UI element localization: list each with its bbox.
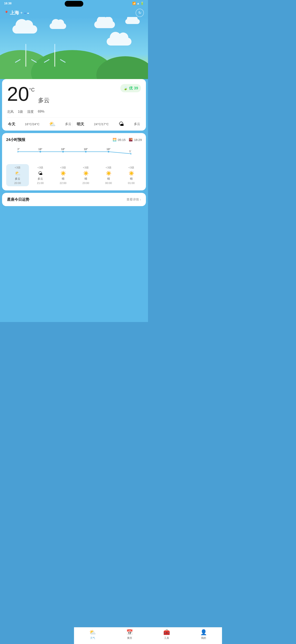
time-0: 20:00 [14,182,21,184]
humidity-label: 湿度 [27,110,34,114]
today-forecast[interactable]: 今天 16°C/24°C ⛅ 多云 [7,121,72,127]
location-dots [24,13,29,14]
location-name[interactable]: 上海 [10,10,19,16]
chart-point-4 [108,151,109,152]
today-condition: 多云 [65,122,71,126]
header: 📍 上海 + ↻ [0,6,148,17]
current-weather: 20 °C 多云 🍃 优 39 [7,84,141,108]
status-bar: 16:38 📶 ▲ 🔋 [0,0,148,6]
temp-label-0: 18° [17,148,20,151]
temp-section: 20 °C 多云 [7,84,50,104]
hours-row: <3级 ⛅ 多云 20:00 <3级 🌤 多云 21:00 <3级 [6,164,143,186]
cond-0: 多云 [15,177,20,181]
wind-1: <3级 [37,166,43,170]
time-1: 21:00 [37,182,44,184]
wind-4: <3级 [106,166,111,170]
icon-1: 🌤 [38,171,42,176]
view-detail-button[interactable]: 查看详情 › [126,198,141,202]
cloud-5 [107,38,131,46]
wind-5: <3级 [128,166,134,170]
temperature: 20 [7,84,29,104]
hour-item-3: <3级 ☀️ 晴 23:00 [74,164,97,186]
time-2: 22:00 [60,182,66,184]
temp-label-1: 18° [38,148,42,151]
wind-direction: 北风 [7,110,14,114]
sunrise-time: 05:15 [118,138,126,142]
tomorrow-label: 明天 [77,122,84,127]
cond-1: 多云 [38,177,43,181]
blade-1-1 [25,44,26,50]
time-5: 01:00 [128,182,135,184]
constellation-section: 星座今日运势 查看详情 › [2,193,146,206]
icon-2: ☀️ [60,171,66,176]
chart-point-5 [130,153,131,154]
location-area[interactable]: 📍 上海 + [4,10,29,16]
add-location-button[interactable]: + [20,10,23,15]
signal-icon: 📶 [132,2,136,5]
turbine-2 [50,45,60,67]
sunrise-icon: 🌅 [113,138,117,142]
temp-label-5: 17° [129,150,131,153]
refresh-icon: ↻ [138,10,141,15]
hour-item-0: <3级 ⛅ 多云 20:00 [6,164,29,186]
cloud-2 [50,23,66,29]
dot-2 [27,13,29,14]
chevron-right-icon: › [140,198,141,202]
today-temp: 16°C/24°C [25,122,39,126]
view-detail-label: 查看详情 [126,198,139,202]
wind-2: <3级 [60,166,66,170]
aqi-value: 39 [134,86,138,90]
cloud-1 [12,25,37,34]
cond-5: 晴 [130,177,133,181]
blade-2-1 [54,44,55,50]
scenic-area [0,17,148,79]
hour-item-1: <3级 🌤 多云 21:00 [29,164,52,186]
temp-label-4: 18° [106,148,111,151]
refresh-button[interactable]: ↻ [136,9,144,17]
chart-point-2 [62,151,64,152]
turbine-1 [21,45,31,67]
forecast-header: 24小时预报 🌅 05:15 🌇 18:29 [2,137,146,146]
battery-icon: 🔋 [140,2,144,5]
hourly-scroll[interactable]: 18° 18° 18° 18° 18° 17° <3级 ⛅ [2,146,146,186]
aqi-label: 优 [129,86,133,91]
weather-condition: 多云 [38,96,50,104]
weather-card: 20 °C 多云 🍃 优 39 北风 1级 湿度 69% 今天 16°C/24°… [2,79,146,130]
today-label: 今天 [8,122,15,127]
constellation-title: 星座今日运势 [7,197,29,202]
wind-humidity: 北风 1级 湿度 69% [7,108,141,118]
humidity-value: 69% [38,110,44,114]
tomorrow-condition: 多云 [134,122,140,126]
tomorrow-temp: 24°C/17°C [94,122,109,126]
dot-1 [24,13,26,14]
status-icons: 📶 ▲ 🔋 [132,2,144,5]
chart-point-3 [85,151,87,152]
hour-item-5: <3级 ☀️ 晴 01:00 [120,164,143,186]
temp-label-2: 18° [61,148,65,151]
notch [65,1,83,6]
temp-chart: 18° 18° 18° 18° 18° 17° [17,148,131,162]
location-pin-icon: 📍 [4,10,9,15]
icon-5: ☀️ [129,171,134,176]
sunset-icon: 🌇 [129,138,133,142]
today-icon: ⛅ [49,121,56,127]
sunrise-info: 🌅 05:15 🌇 18:29 [113,138,142,142]
wind-3: <3级 [83,166,89,170]
forecast-title: 24小时预报 [6,137,25,142]
turbine-blades-2 [50,45,60,55]
constellation-header[interactable]: 星座今日运势 查看详情 › [7,197,141,202]
cond-3: 晴 [84,177,87,181]
tomorrow-forecast[interactable]: 明天 24°C/17°C 🌤 多云 [72,121,141,127]
day-forecast: 今天 16°C/24°C ⛅ 多云 明天 24°C/17°C 🌤 多云 [7,118,141,130]
aqi-badge[interactable]: 🍃 优 39 [120,84,141,92]
turbine-blades-1 [21,45,31,55]
hourly-inner: 18° 18° 18° 18° 18° 17° <3级 ⛅ [4,146,145,186]
time-4: 00:00 [105,182,112,184]
status-time: 16:38 [4,2,11,5]
icon-4: ☀️ [106,171,111,176]
forecast-section: 24小时预报 🌅 05:15 🌇 18:29 [2,133,146,190]
wind-0: <3级 [15,166,20,170]
sunset-time: 18:29 [134,138,142,142]
temp-label-3: 18° [84,148,88,151]
tomorrow-icon: 🌤 [119,121,124,127]
